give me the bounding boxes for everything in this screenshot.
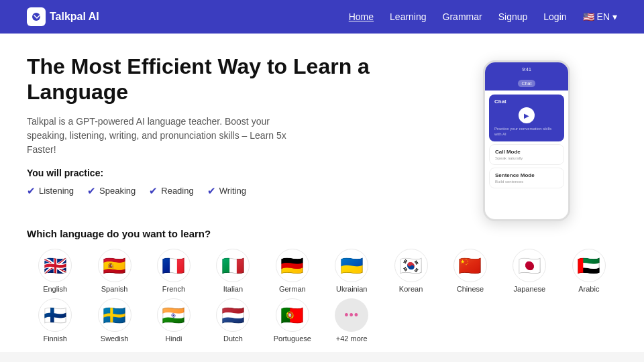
- lang-label-french: French: [162, 285, 185, 293]
- nav-links: Home Learning Grammar Signup Login 🇺🇸 EN…: [349, 11, 617, 23]
- lang-label-german: German: [279, 285, 306, 293]
- phone-card-call: Call Mode Speak naturally: [489, 144, 564, 165]
- flag-italian: 🇮🇹: [216, 249, 250, 282]
- practice-item-label: Listening: [39, 186, 74, 196]
- flag-dutch: 🇳🇱: [216, 298, 250, 332]
- phone-nav: Chat: [485, 76, 568, 90]
- language-section-title: Which language do you want to learn?: [27, 228, 617, 239]
- hero-title: The Most Efficient Way to Learn a Langua…: [27, 54, 470, 105]
- language-section: Which language do you want to learn? 🇬🇧 …: [0, 228, 644, 343]
- flag-french: 🇫🇷: [157, 249, 191, 282]
- more-label: +42 more: [336, 335, 368, 343]
- lang-item-arabic[interactable]: 🇦🇪 Arabic: [561, 249, 617, 293]
- card3-title: Sentence Mode: [495, 172, 558, 178]
- lang-item-spanish[interactable]: 🇪🇸 Spanish: [86, 249, 142, 293]
- nav-grammar[interactable]: Grammar: [443, 11, 482, 22]
- flag-en: 🇺🇸: [583, 11, 594, 22]
- practice-label: You will practice:: [27, 168, 470, 178]
- language-selector[interactable]: 🇺🇸 EN ▾: [583, 11, 617, 22]
- lang-item-italian[interactable]: 🇮🇹 Italian: [205, 249, 261, 293]
- practice-speaking: ✔ Speaking: [87, 185, 136, 197]
- lang-label-portuguese: Portuguese: [274, 335, 311, 343]
- play-button[interactable]: ▶: [519, 107, 535, 123]
- practice-listening: ✔ Listening: [27, 185, 74, 197]
- chevron-down-icon: ▾: [612, 11, 617, 22]
- more-dots-icon: •••: [344, 308, 359, 322]
- main-content: The Most Efficient Way to Learn a Langua…: [0, 34, 644, 221]
- lang-item-german[interactable]: 🇩🇪 German: [264, 249, 321, 293]
- phone-tab-chat[interactable]: Chat: [518, 80, 536, 87]
- flag-japanese: 🇯🇵: [513, 249, 546, 282]
- flag-arabic: 🇦🇪: [572, 249, 606, 282]
- card2-text: Speak naturally: [495, 156, 558, 160]
- lang-item-swedish[interactable]: 🇸🇪 Swedish: [86, 298, 142, 343]
- lang-item-korean[interactable]: 🇰🇷 Korean: [382, 249, 439, 293]
- check-icon: ✔: [207, 185, 216, 197]
- bottom-banner: THE TALKPAL DIFFERENCE: [0, 352, 644, 362]
- lang-label-chinese: Chinese: [457, 285, 484, 293]
- flag-spanish: 🇪🇸: [98, 249, 131, 282]
- practice-item-label: Speaking: [99, 186, 136, 196]
- lang-item-finnish[interactable]: 🇫🇮 Finnish: [27, 298, 83, 343]
- more-languages-button[interactable]: ••• +42 more: [323, 298, 380, 343]
- card3-text: Build sentences: [495, 180, 558, 184]
- lang-label-korean: Korean: [399, 285, 423, 293]
- lang-label-arabic: Arabic: [578, 285, 599, 293]
- practice-list: ✔ Listening ✔ Speaking ✔ Reading ✔ Writi…: [27, 185, 470, 197]
- lang-item-english[interactable]: 🇬🇧 English: [27, 249, 83, 293]
- practice-reading: ✔ Reading: [149, 185, 193, 197]
- logo[interactable]: Talkpal AI: [27, 7, 99, 26]
- lang-label-ukrainian: Ukrainian: [336, 285, 367, 293]
- navbar: Talkpal AI Home Learning Grammar Signup …: [0, 0, 644, 34]
- lang-label-hindi: Hindi: [165, 335, 182, 343]
- lang-label-dutch: Dutch: [223, 335, 243, 343]
- flag-english: 🇬🇧: [38, 249, 72, 282]
- practice-item-label: Writing: [219, 186, 246, 196]
- check-icon: ✔: [149, 185, 158, 197]
- phone-card-title: Chat: [494, 99, 559, 105]
- lang-item-portuguese[interactable]: 🇵🇹 Portuguese: [264, 298, 321, 343]
- practice-item-label: Reading: [161, 186, 193, 196]
- lang-label-finnish: Finnish: [43, 335, 66, 343]
- lang-label-italian: Italian: [223, 285, 243, 293]
- nav-login[interactable]: Login: [543, 11, 566, 22]
- chat-text: Practice your conversation skills with A…: [494, 126, 559, 137]
- nav-signup[interactable]: Signup: [498, 11, 528, 22]
- lang-item-chinese[interactable]: 🇨🇳 Chinese: [442, 249, 498, 293]
- practice-writing: ✔ Writing: [207, 185, 246, 197]
- nav-home[interactable]: Home: [349, 11, 374, 22]
- lang-label-spanish: Spanish: [101, 285, 128, 293]
- logo-icon: [27, 7, 46, 26]
- logo-text: Talkpal AI: [50, 11, 99, 23]
- check-icon: ✔: [87, 185, 96, 197]
- flag-german: 🇩🇪: [276, 249, 309, 282]
- phone-status-bar: 9:41: [485, 62, 568, 76]
- hero-left: The Most Efficient Way to Learn a Langua…: [27, 54, 470, 221]
- flag-chinese: 🇨🇳: [453, 249, 487, 282]
- nav-learning[interactable]: Learning: [390, 11, 427, 22]
- hero-right: 9:41 Chat Chat ▶ Practice your conversat…: [483, 54, 617, 221]
- lang-item-ukrainian[interactable]: 🇺🇦 Ukrainian: [323, 249, 380, 293]
- lang-label-japanese: Japanese: [514, 285, 546, 293]
- phone-card-chat: Chat ▶ Practice your conversation skills…: [489, 95, 564, 141]
- more-button-circle: •••: [335, 298, 368, 332]
- lang-item-japanese[interactable]: 🇯🇵 Japanese: [501, 249, 557, 293]
- flag-finnish: 🇫🇮: [38, 298, 72, 332]
- lang-label-english: English: [43, 285, 67, 293]
- flag-portuguese: 🇵🇹: [276, 298, 309, 332]
- hero-subtitle: Talkpal is a GPT-powered AI language tea…: [27, 115, 309, 157]
- phone-mockup: 9:41 Chat Chat ▶ Practice your conversat…: [483, 60, 570, 221]
- flag-hindi: 🇮🇳: [157, 298, 191, 332]
- play-area: ▶: [494, 107, 559, 123]
- lang-item-french[interactable]: 🇫🇷 French: [146, 249, 202, 293]
- phone-screen: 9:41 Chat Chat ▶ Practice your conversat…: [485, 62, 568, 219]
- language-grid: 🇬🇧 English 🇪🇸 Spanish 🇫🇷 French 🇮🇹 Itali…: [27, 249, 617, 343]
- lang-item-dutch[interactable]: 🇳🇱 Dutch: [205, 298, 261, 343]
- lang-label: EN: [597, 11, 610, 22]
- lang-item-hindi[interactable]: 🇮🇳 Hindi: [146, 298, 202, 343]
- status-time: 9:41: [522, 67, 531, 72]
- phone-card-sentence: Sentence Mode Build sentences: [489, 168, 564, 188]
- check-icon: ✔: [27, 185, 36, 197]
- flag-swedish: 🇸🇪: [98, 298, 131, 332]
- flag-ukrainian: 🇺🇦: [335, 249, 368, 282]
